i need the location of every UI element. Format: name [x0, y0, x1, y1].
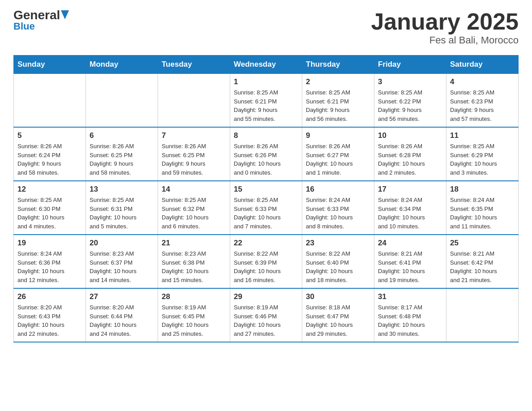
day-info: Sunrise: 8:19 AM Sunset: 6:46 PM Dayligh… [234, 303, 298, 338]
calendar-cell: 3Sunrise: 8:25 AM Sunset: 6:22 PM Daylig… [374, 74, 446, 128]
day-number: 25 [450, 239, 515, 248]
day-number: 5 [17, 131, 82, 140]
calendar-cell: 18Sunrise: 8:24 AM Sunset: 6:35 PM Dayli… [446, 181, 519, 235]
day-info: Sunrise: 8:23 AM Sunset: 6:38 PM Dayligh… [162, 249, 226, 284]
day-number: 23 [306, 239, 370, 248]
day-info: Sunrise: 8:25 AM Sunset: 6:29 PM Dayligh… [450, 142, 515, 177]
day-number: 7 [162, 131, 226, 140]
logo: General Blue [13, 9, 69, 32]
day-number: 21 [162, 239, 226, 248]
page-header: General Blue January 2025 Fes al Bali, M… [13, 9, 519, 46]
calendar-cell: 31Sunrise: 8:17 AM Sunset: 6:48 PM Dayli… [374, 288, 446, 342]
day-info: Sunrise: 8:25 AM Sunset: 6:21 PM Dayligh… [306, 88, 370, 123]
calendar-cell: 24Sunrise: 8:21 AM Sunset: 6:41 PM Dayli… [374, 235, 446, 288]
day-number: 16 [306, 185, 370, 194]
calendar-cell: 23Sunrise: 8:22 AM Sunset: 6:40 PM Dayli… [302, 235, 374, 288]
svg-marker-0 [61, 10, 69, 19]
day-info: Sunrise: 8:20 AM Sunset: 6:43 PM Dayligh… [17, 303, 82, 338]
calendar-cell: 1Sunrise: 8:25 AM Sunset: 6:21 PM Daylig… [230, 74, 302, 128]
calendar-cell: 26Sunrise: 8:20 AM Sunset: 6:43 PM Dayli… [14, 288, 86, 342]
day-number: 6 [90, 131, 154, 140]
calendar-cell: 8Sunrise: 8:26 AM Sunset: 6:26 PM Daylig… [230, 127, 302, 181]
col-tuesday: Tuesday [158, 56, 230, 74]
day-number: 26 [17, 292, 82, 301]
day-info: Sunrise: 8:25 AM Sunset: 6:32 PM Dayligh… [162, 196, 226, 231]
calendar-cell: 28Sunrise: 8:19 AM Sunset: 6:45 PM Dayli… [158, 288, 230, 342]
day-info: Sunrise: 8:25 AM Sunset: 6:22 PM Dayligh… [378, 88, 442, 123]
day-info: Sunrise: 8:25 AM Sunset: 6:30 PM Dayligh… [17, 196, 82, 231]
day-info: Sunrise: 8:24 AM Sunset: 6:34 PM Dayligh… [378, 196, 442, 231]
calendar-week-row: 26Sunrise: 8:20 AM Sunset: 6:43 PM Dayli… [14, 288, 519, 342]
day-number: 24 [378, 239, 442, 248]
col-thursday: Thursday [302, 56, 374, 74]
calendar-cell: 21Sunrise: 8:23 AM Sunset: 6:38 PM Dayli… [158, 235, 230, 288]
logo-main-text: General [13, 9, 60, 21]
day-info: Sunrise: 8:26 AM Sunset: 6:25 PM Dayligh… [90, 142, 154, 177]
day-number: 28 [162, 292, 226, 301]
day-number: 13 [90, 185, 154, 194]
col-sunday: Sunday [14, 56, 86, 74]
calendar-cell: 17Sunrise: 8:24 AM Sunset: 6:34 PM Dayli… [374, 181, 446, 235]
calendar-week-row: 12Sunrise: 8:25 AM Sunset: 6:30 PM Dayli… [14, 181, 519, 235]
calendar-cell: 9Sunrise: 8:26 AM Sunset: 6:27 PM Daylig… [302, 127, 374, 181]
day-info: Sunrise: 8:18 AM Sunset: 6:47 PM Dayligh… [306, 303, 370, 338]
calendar-week-row: 1Sunrise: 8:25 AM Sunset: 6:21 PM Daylig… [14, 74, 519, 128]
calendar-week-row: 19Sunrise: 8:24 AM Sunset: 6:36 PM Dayli… [14, 235, 519, 288]
calendar-cell: 6Sunrise: 8:26 AM Sunset: 6:25 PM Daylig… [86, 127, 158, 181]
day-number: 2 [306, 77, 370, 86]
day-info: Sunrise: 8:21 AM Sunset: 6:42 PM Dayligh… [450, 249, 515, 284]
calendar-cell: 19Sunrise: 8:24 AM Sunset: 6:36 PM Dayli… [14, 235, 86, 288]
day-number: 1 [234, 77, 298, 86]
calendar-cell: 15Sunrise: 8:25 AM Sunset: 6:33 PM Dayli… [230, 181, 302, 235]
calendar-cell: 10Sunrise: 8:26 AM Sunset: 6:28 PM Dayli… [374, 127, 446, 181]
day-info: Sunrise: 8:25 AM Sunset: 6:33 PM Dayligh… [234, 196, 298, 231]
calendar-cell: 20Sunrise: 8:23 AM Sunset: 6:37 PM Dayli… [86, 235, 158, 288]
day-info: Sunrise: 8:26 AM Sunset: 6:26 PM Dayligh… [234, 142, 298, 177]
day-info: Sunrise: 8:26 AM Sunset: 6:25 PM Dayligh… [162, 142, 226, 177]
title-block: January 2025 Fes al Bali, Morocco [371, 9, 519, 46]
day-info: Sunrise: 8:19 AM Sunset: 6:45 PM Dayligh… [162, 303, 226, 338]
day-info: Sunrise: 8:24 AM Sunset: 6:33 PM Dayligh… [306, 196, 370, 231]
calendar-cell: 16Sunrise: 8:24 AM Sunset: 6:33 PM Dayli… [302, 181, 374, 235]
day-number: 9 [306, 131, 370, 140]
day-number: 10 [378, 131, 442, 140]
col-wednesday: Wednesday [230, 56, 302, 74]
day-info: Sunrise: 8:25 AM Sunset: 6:23 PM Dayligh… [450, 88, 515, 123]
calendar-cell: 30Sunrise: 8:18 AM Sunset: 6:47 PM Dayli… [302, 288, 374, 342]
calendar-cell: 2Sunrise: 8:25 AM Sunset: 6:21 PM Daylig… [302, 74, 374, 128]
calendar-cell: 25Sunrise: 8:21 AM Sunset: 6:42 PM Dayli… [446, 235, 519, 288]
day-number: 19 [17, 239, 82, 248]
day-number: 31 [378, 292, 442, 301]
day-info: Sunrise: 8:22 AM Sunset: 6:40 PM Dayligh… [306, 249, 370, 284]
day-number: 29 [234, 292, 298, 301]
col-monday: Monday [86, 56, 158, 74]
col-friday: Friday [374, 56, 446, 74]
day-info: Sunrise: 8:25 AM Sunset: 6:21 PM Dayligh… [234, 88, 298, 123]
logo-triangle-icon [61, 10, 69, 19]
day-info: Sunrise: 8:24 AM Sunset: 6:36 PM Dayligh… [17, 249, 82, 284]
calendar-cell: 27Sunrise: 8:20 AM Sunset: 6:44 PM Dayli… [86, 288, 158, 342]
day-number: 27 [90, 292, 154, 301]
calendar-week-row: 5Sunrise: 8:26 AM Sunset: 6:24 PM Daylig… [14, 127, 519, 181]
day-info: Sunrise: 8:20 AM Sunset: 6:44 PM Dayligh… [90, 303, 154, 338]
calendar-cell: 29Sunrise: 8:19 AM Sunset: 6:46 PM Dayli… [230, 288, 302, 342]
calendar-cell [86, 74, 158, 128]
calendar-cell: 7Sunrise: 8:26 AM Sunset: 6:25 PM Daylig… [158, 127, 230, 181]
day-info: Sunrise: 8:21 AM Sunset: 6:41 PM Dayligh… [378, 249, 442, 284]
day-number: 14 [162, 185, 226, 194]
day-info: Sunrise: 8:24 AM Sunset: 6:35 PM Dayligh… [450, 196, 515, 231]
day-number: 12 [17, 185, 82, 194]
day-number: 17 [378, 185, 442, 194]
calendar-cell [158, 74, 230, 128]
calendar-cell: 4Sunrise: 8:25 AM Sunset: 6:23 PM Daylig… [446, 74, 519, 128]
col-saturday: Saturday [446, 56, 519, 74]
day-number: 4 [450, 77, 515, 86]
day-number: 8 [234, 131, 298, 140]
calendar-cell: 14Sunrise: 8:25 AM Sunset: 6:32 PM Dayli… [158, 181, 230, 235]
location-subtitle: Fes al Bali, Morocco [371, 34, 519, 46]
calendar-cell [14, 74, 86, 128]
day-info: Sunrise: 8:23 AM Sunset: 6:37 PM Dayligh… [90, 249, 154, 284]
logo-sub-text: Blue [13, 21, 35, 32]
day-number: 15 [234, 185, 298, 194]
day-number: 22 [234, 239, 298, 248]
